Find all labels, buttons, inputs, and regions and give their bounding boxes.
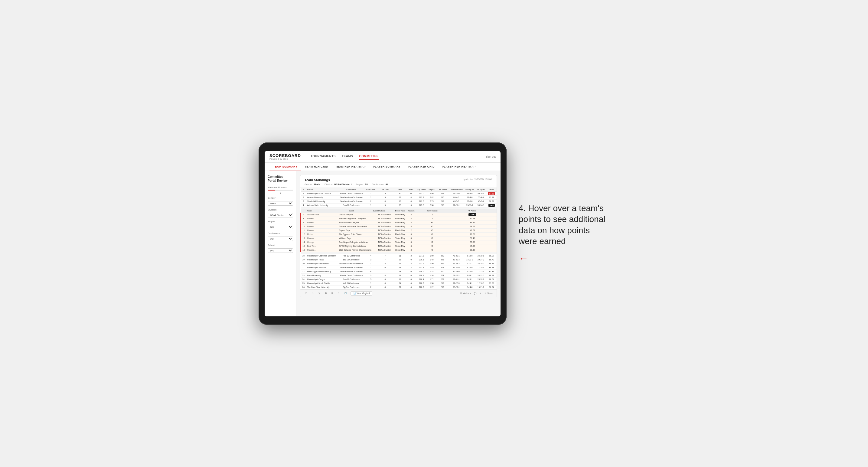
arrow-indicator: ← [519, 253, 528, 264]
sub-nav-team-summary[interactable]: TEAM SUMMARY [270, 163, 301, 171]
sub-row-team: Univers... [306, 228, 338, 232]
cell-no-tour: 8 [377, 199, 394, 203]
table-row[interactable]: 2 Auburn University Southeastern Confere… [301, 195, 497, 199]
sub-nav-team-h2h-grid[interactable]: TEAM H2H GRID [301, 163, 332, 170]
cell-points[interactable]: 88.71 [487, 273, 497, 277]
table-row[interactable]: 26 The Ohio State University Big Ten Con… [301, 285, 497, 289]
points-value[interactable]: 88.48 [489, 267, 494, 269]
cell-adj-score: 272.6 [416, 199, 427, 203]
table-sub-row[interactable]: 15 East Ter... OFCC Fighting Illini Invi… [301, 244, 497, 248]
table-row[interactable]: 1 University of North Carolina Atlantic … [301, 191, 497, 195]
table-row[interactable]: 19 University of Texas Big 12 Conference… [301, 258, 497, 261]
plus-button[interactable]: + [337, 291, 341, 295]
share-button[interactable]: ↗ Share [485, 292, 493, 294]
points-value[interactable]: 88.49 [489, 262, 494, 264]
table-row[interactable]: 21 University of Alabama Southeastern Co… [301, 266, 497, 270]
table-sub-row[interactable]: 14 Georgia Ben Hogan Collegiate Invitati… [301, 240, 497, 244]
copy-button[interactable]: ⧉ [324, 291, 328, 295]
region-select[interactable]: N/A East West [268, 225, 293, 229]
cell-conf-rank: 2 [365, 199, 376, 203]
sign-out-button[interactable]: Sign out [482, 155, 496, 158]
cell-points[interactable]: 88.94 [487, 285, 497, 289]
table-sub-row[interactable]: 13 Univers... Williams Cup NCAA Division… [301, 236, 497, 240]
cell-points[interactable]: 88.49 [487, 261, 497, 266]
comment-button[interactable]: 💬 [474, 292, 477, 294]
division-select[interactable]: NCAA Division I NCAA Division II NCAA Di… [268, 213, 293, 217]
table-sub-row[interactable]: 12 Florida I... The Cypress Point Classi… [301, 232, 497, 236]
points-value[interactable]: 83.81 [489, 271, 494, 273]
watch-button[interactable]: 👁 Watch ▾ [460, 292, 471, 294]
sub-nav-player-summary[interactable]: PLAYER SUMMARY [369, 163, 404, 170]
table-row[interactable]: 23 Duke University Atlantic Coast Confer… [301, 273, 497, 277]
sub-nav-team-h2h-heatmap[interactable]: TEAM H2H HEATMAP [332, 163, 369, 170]
sub-nav-player-h2h-grid[interactable]: PLAYER H2H GRID [404, 163, 438, 170]
table-row[interactable]: 22 Mississippi State University Southeas… [301, 270, 497, 273]
points-badge[interactable]: 97.02 [488, 192, 495, 195]
points-badge[interactable]: 79.5 [489, 204, 495, 207]
table-header-row: # School Conference Conf Rank No Tour Bn… [301, 188, 497, 192]
table-sub-row[interactable]: 7 Arizona State Celtic Collegiate NCAA D… [301, 213, 497, 217]
cell-points[interactable]: 90.32 [487, 199, 497, 203]
conference-select[interactable]: (All) [268, 237, 293, 241]
nav-tournaments[interactable]: TOURNAMENTS [311, 153, 336, 160]
cell-avg-sg: 1.50 [427, 261, 436, 266]
cell-points[interactable]: 83.89 [487, 281, 497, 285]
undo-button[interactable]: ↩ [304, 291, 308, 295]
report-header: Team Standings Gender: Men's Division: N… [300, 175, 497, 188]
sub-rank-impact: Rank Impact [416, 209, 448, 213]
cell-bnds: 24 [394, 273, 406, 277]
table-sub-row[interactable]: 9 Univers... Amer An Intercollegiate NCA… [301, 220, 497, 224]
table-row[interactable]: 24 University of Oregon Pac-12 Conferenc… [301, 277, 497, 281]
sub-row-type: Stroke Play [394, 236, 406, 240]
cell-wins: 16 [406, 191, 416, 195]
refresh-button[interactable]: ↻ [317, 291, 321, 295]
table-wrapper[interactable]: # School Conference Conf Rank No Tour Bn… [300, 188, 497, 289]
nav-committee[interactable]: COMMITTEE [359, 153, 379, 160]
table-sub-row[interactable]: 8 Univers... Southern Highlands Collegia… [301, 217, 497, 220]
table-sub-row[interactable]: 16 Univers... 2023 Sahalee Players Champ… [301, 248, 497, 252]
points-value[interactable]: 93.31 [489, 196, 494, 198]
cell-points[interactable]: 79.5 [487, 203, 497, 207]
redo-button[interactable]: ↪ [311, 291, 315, 295]
cell-overall: 42-31-3 [448, 258, 464, 261]
points-value[interactable]: 90.32 [489, 200, 494, 203]
nav-teams[interactable]: TEAMS [342, 153, 353, 160]
sub-row-event: The Cypress Point Classic [338, 232, 377, 236]
points-value[interactable]: 88.54 [489, 278, 494, 280]
cell-conference: Atlantic Coast Conference [338, 273, 365, 277]
table-row[interactable]: 25 University of North Florida ASUN Conf… [301, 281, 497, 285]
logo-sub: Powered by clipp [270, 158, 301, 160]
gender-select[interactable]: Men's Women's [268, 201, 293, 206]
points-value[interactable]: 88.94 [489, 286, 494, 288]
expand-button[interactable]: ⤢ [480, 292, 482, 294]
cell-school: University of Oregon [306, 277, 338, 281]
table-sub-row[interactable]: 10 Univers... National Invitational Tour… [301, 224, 497, 228]
cell-points[interactable]: 88.07 [487, 254, 497, 258]
cell-points[interactable]: 93.31 [487, 195, 497, 199]
cell-points[interactable]: 88.54 [487, 277, 497, 281]
table-row[interactable]: 4 Arizona State University Pac-12 Confer… [301, 203, 497, 207]
table-sub-row[interactable]: 11 Univers... Copper Cup NCAA Division I… [301, 228, 497, 232]
sidebar-min-rounds: Minimum Rounds 0 [268, 186, 293, 194]
cell-no-tour: 8 [377, 285, 394, 289]
table-row[interactable]: 20 University of New Mexico Mountain Wes… [301, 261, 497, 266]
sub-row-div: NCAA Division I [377, 220, 394, 224]
sub-nav-player-h2h-heatmap[interactable]: PLAYER H2H HEATMAP [438, 163, 479, 170]
cell-points[interactable]: 97.02 [487, 191, 497, 195]
cell-points[interactable]: 88.70 [487, 258, 497, 261]
cell-points[interactable]: 88.48 [487, 266, 497, 270]
points-value[interactable]: 88.07 [489, 255, 494, 257]
points-value[interactable]: 88.70 [489, 259, 494, 261]
view-original-button[interactable]: 📄 View: Original [350, 291, 372, 295]
cell-points[interactable]: 83.81 [487, 270, 497, 273]
points-value[interactable]: 83.89 [489, 282, 494, 284]
clock-button[interactable]: 🕐 [343, 291, 348, 295]
school-select[interactable]: (All) [268, 248, 293, 253]
cell-vs-top-50: 25-19-0 [475, 254, 487, 258]
table-row[interactable]: 18 University of California, Berkeley Pa… [301, 254, 497, 258]
cell-school: University of New Mexico [306, 261, 338, 266]
grid-button[interactable]: ⊞ [330, 291, 335, 295]
slider-track[interactable] [268, 190, 293, 191]
points-value[interactable]: 88.71 [489, 274, 494, 276]
table-row[interactable]: 3 Vanderbilt University Southeastern Con… [301, 199, 497, 203]
